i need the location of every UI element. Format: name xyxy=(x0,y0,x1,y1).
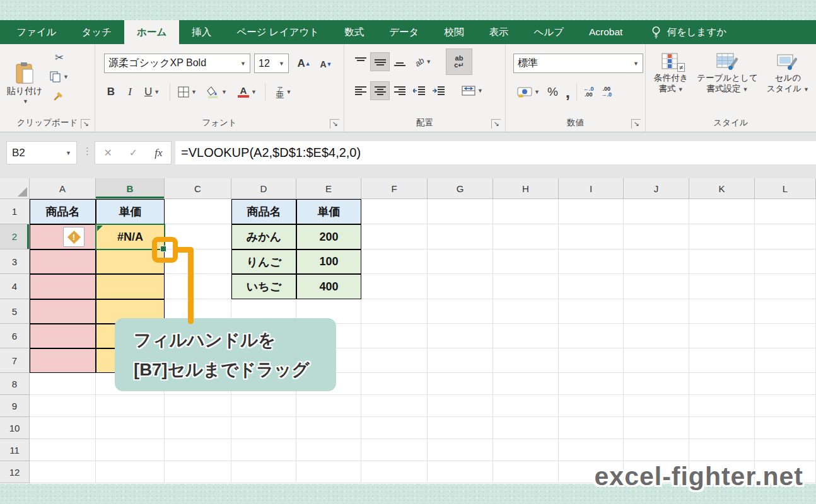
cell-K3[interactable] xyxy=(689,249,755,274)
cell-H7[interactable] xyxy=(493,348,559,373)
cell-F12[interactable] xyxy=(361,461,428,483)
cell-J5[interactable] xyxy=(624,299,689,324)
tab-help[interactable]: ヘルプ xyxy=(521,20,576,44)
cell-J3[interactable] xyxy=(624,249,689,274)
increase-decimal-button[interactable]: ←.0.00 xyxy=(580,83,598,101)
decrease-indent-button[interactable] xyxy=(409,81,429,100)
font-dialog-launcher[interactable]: ↘ xyxy=(330,119,339,129)
cell-K6[interactable] xyxy=(689,324,755,348)
alignment-dialog-launcher[interactable]: ↘ xyxy=(491,119,501,129)
phonetic-guide-button[interactable]: ア 亜 ▼ xyxy=(268,83,300,101)
fill-color-button[interactable]: ▼ xyxy=(202,83,232,101)
cell-L5[interactable] xyxy=(755,299,816,324)
formula-input[interactable]: =VLOOKUP(A2,$D$1:$E$4,2,0) xyxy=(175,141,816,164)
cell-D2[interactable]: みかん xyxy=(231,224,296,249)
cell-I11[interactable] xyxy=(559,439,624,461)
cell-K1[interactable] xyxy=(689,199,755,224)
cell-J2[interactable] xyxy=(624,224,689,249)
tab-review[interactable]: 校閲 xyxy=(431,20,476,44)
cell-A3[interactable] xyxy=(30,249,96,274)
clipboard-dialog-launcher[interactable]: ↘ xyxy=(81,119,90,129)
tab-touch[interactable]: タッチ xyxy=(69,20,124,44)
comma-style-button[interactable]: , xyxy=(562,83,574,101)
align-bottom-button[interactable] xyxy=(390,52,409,71)
cell-F2[interactable] xyxy=(361,224,428,249)
cell-E2[interactable]: 200 xyxy=(296,224,361,249)
font-name-combo[interactable]: 源柔ゴシックXP Bold ▼ xyxy=(104,54,250,73)
cell-H11[interactable] xyxy=(493,439,559,461)
number-format-combo[interactable]: 標準 ▼ xyxy=(513,54,643,73)
cell-E11[interactable] xyxy=(296,439,361,461)
cell-F8[interactable] xyxy=(361,373,428,395)
cell-D12[interactable] xyxy=(231,461,296,483)
align-middle-button[interactable] xyxy=(370,52,390,71)
name-box[interactable]: B2 ▼ xyxy=(6,141,77,164)
enter-button[interactable]: ✓ xyxy=(129,147,137,159)
cell-B1[interactable]: 単価 xyxy=(96,199,165,224)
cell-K5[interactable] xyxy=(689,299,755,324)
cell-C4[interactable] xyxy=(165,274,231,299)
format-painter-button[interactable] xyxy=(49,89,69,101)
tab-page-layout[interactable]: ページ レイアウト xyxy=(224,20,332,44)
cell-D10[interactable] xyxy=(231,417,296,439)
cell-D4[interactable]: いちご xyxy=(231,274,296,299)
cell-B2[interactable]: #N/A xyxy=(96,224,165,249)
cell-G3[interactable] xyxy=(428,249,493,274)
tab-insert[interactable]: 挿入 xyxy=(179,20,224,44)
conditional-formatting-button[interactable]: ≠ 条件付き 書式▼ xyxy=(654,49,688,95)
cell-I9[interactable] xyxy=(559,395,624,417)
cell-C3[interactable] xyxy=(165,249,231,274)
cell-G11[interactable] xyxy=(428,439,493,461)
percent-style-button[interactable]: % xyxy=(544,83,562,101)
cut-button[interactable]: ✂ xyxy=(49,50,69,65)
tab-view[interactable]: 表示 xyxy=(476,20,521,44)
cell-H2[interactable] xyxy=(493,224,559,249)
cell-I4[interactable] xyxy=(559,274,624,299)
cell-J4[interactable] xyxy=(624,274,689,299)
tab-data[interactable]: データ xyxy=(376,20,431,44)
row-header-6[interactable]: 6 xyxy=(0,324,30,348)
cell-G7[interactable] xyxy=(428,348,493,373)
cell-A1[interactable]: 商品名 xyxy=(30,199,96,224)
cell-H1[interactable] xyxy=(493,199,559,224)
column-header-C[interactable]: C xyxy=(165,178,231,199)
cell-A5[interactable] xyxy=(30,299,96,324)
cell-L9[interactable] xyxy=(755,395,816,417)
cell-A10[interactable] xyxy=(30,417,96,439)
align-center-button[interactable] xyxy=(370,81,390,100)
orientation-button[interactable]: ab ▼ xyxy=(409,52,437,71)
cell-C2[interactable] xyxy=(165,224,231,249)
cell-I1[interactable] xyxy=(559,199,624,224)
cell-H9[interactable] xyxy=(493,395,559,417)
cell-J9[interactable] xyxy=(624,395,689,417)
tab-home[interactable]: ホーム xyxy=(124,20,179,44)
cell-J1[interactable] xyxy=(624,199,689,224)
cell-F11[interactable] xyxy=(361,439,428,461)
row-header-7[interactable]: 7 xyxy=(0,348,30,373)
cell-C1[interactable] xyxy=(165,199,231,224)
row-header-4[interactable]: 4 xyxy=(0,274,30,299)
cell-B4[interactable] xyxy=(96,274,165,299)
cell-L4[interactable] xyxy=(755,274,816,299)
cell-G2[interactable] xyxy=(428,224,493,249)
cell-G6[interactable] xyxy=(428,324,493,348)
cell-E3[interactable]: 100 xyxy=(296,249,361,274)
cell-C9[interactable] xyxy=(165,395,231,417)
cell-C10[interactable] xyxy=(165,417,231,439)
cell-C12[interactable] xyxy=(165,461,231,483)
cell-D3[interactable]: りんご xyxy=(231,249,296,274)
cell-H12[interactable] xyxy=(493,461,559,483)
cell-G9[interactable] xyxy=(428,395,493,417)
cell-H6[interactable] xyxy=(493,324,559,348)
cell-A4[interactable] xyxy=(30,274,96,299)
align-right-button[interactable] xyxy=(390,81,409,100)
cell-A9[interactable] xyxy=(30,395,96,417)
cell-A7[interactable] xyxy=(30,348,96,373)
column-header-A[interactable]: A xyxy=(30,178,96,199)
select-all-corner[interactable] xyxy=(0,178,30,199)
cell-G10[interactable] xyxy=(428,417,493,439)
cell-H10[interactable] xyxy=(493,417,559,439)
cell-H8[interactable] xyxy=(493,373,559,395)
cell-D1[interactable]: 商品名 xyxy=(231,199,296,224)
cell-F3[interactable] xyxy=(361,249,428,274)
